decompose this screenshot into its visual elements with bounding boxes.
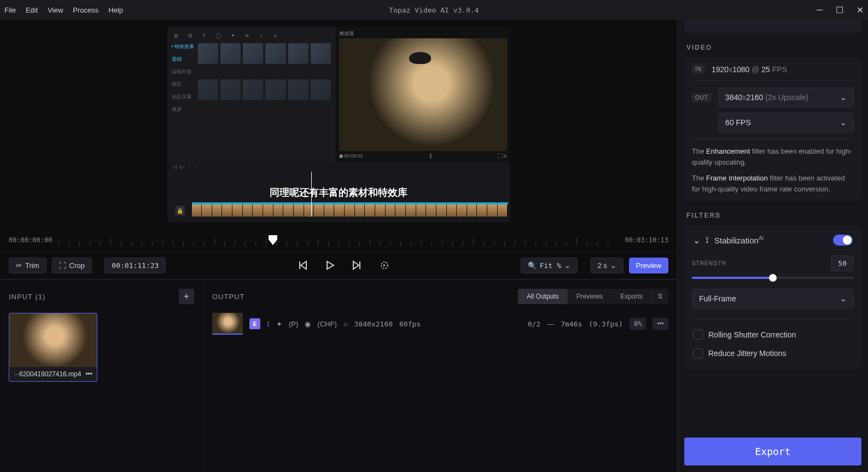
stabilize-icon: ⟟ [706,235,709,245]
close-button[interactable]: ✕ [857,5,864,15]
output-row[interactable]: E ⟟ ✦ (P) ◉ (CHF) ○ 3840x2160 60fps 0/2 … [212,313,668,335]
side-cat: 综艺 [172,81,196,88]
chevron-down-icon: ⌄ [840,93,847,102]
menu-help[interactable]: Help [108,6,123,14]
chevron-down-icon[interactable]: ⌄ [693,235,700,246]
preview-length-select[interactable]: 2 s ⌄ [590,258,623,273]
menu-process[interactable]: Process [73,6,98,14]
editor-icon: ♪ [257,31,266,40]
add-input-button[interactable]: + [179,289,194,304]
editor-playhead [311,172,312,217]
out-resolution-select[interactable]: 3840x2160 (2x Upscale) ⌄ [718,88,854,107]
output-chf: (CHF) [317,320,336,328]
timecode-start: 00:00:00:00 [9,236,52,244]
asset-thumb [198,43,218,64]
sort-button[interactable]: ⇅ [652,289,668,304]
side-cat: 运镜补偿 [172,68,196,75]
output-rate: (9.3fps) [589,320,623,328]
reduce-jitter-label: Reduce Jittery Motions [708,349,786,358]
timecode-end: 00:03:10:13 [625,236,668,244]
export-button[interactable]: Export [684,438,861,465]
circle-icon: ◉ [305,320,311,328]
playhead-icon[interactable] [269,235,277,245]
timeline-ruler[interactable] [59,234,618,247]
asset-thumb [220,79,241,100]
menu-bar: File Edit View Process Help [4,6,123,14]
play-button[interactable] [325,260,335,270]
editor-icon: ≋ [243,31,252,40]
output-res: 3840x2160 [354,320,393,328]
loop-button[interactable] [380,260,389,270]
editor-icon: ≡ [271,31,280,40]
side-cat: 动态字幕 [172,94,196,101]
chevron-down-icon: ⌄ [610,261,616,270]
editor-icon: ◯ [214,31,223,40]
scissors-icon: ✂ [16,261,22,270]
maximize-button[interactable]: ☐ [836,5,843,15]
strength-slider[interactable] [692,277,854,279]
lock-icon: 🔒 [175,206,185,215]
editor-icon: T [200,31,209,40]
crop-icon: ⛶ [59,261,66,270]
editor-icon: ⊟ [186,31,195,40]
asset-thumb [220,43,241,64]
zoom-icon: 🔍 [528,261,537,270]
side-cat: 基础 [172,56,196,63]
in-width: 1920 [712,65,729,74]
chevron-down-icon: ⌄ [840,294,847,303]
minimize-button[interactable]: ─ [817,5,823,15]
filter-stabilization: Stabilization [714,236,759,245]
reduce-jitter-checkbox[interactable] [693,348,703,358]
strength-label: STRENGTH [692,260,726,266]
tab-exports[interactable]: Exports [611,289,651,304]
input-thumbnail [9,313,97,367]
crop-button[interactable]: ⛶Crop [52,258,92,273]
output-time: 7m46s [561,320,582,328]
asset-thumb [288,79,308,100]
rolling-shutter-label: Rolling Shutter Correction [708,330,796,339]
menu-edit[interactable]: Edit [26,6,38,14]
output-progress: 0/2 [528,320,540,328]
menu-file[interactable]: File [4,6,16,14]
strength-value[interactable]: 50 [831,255,854,271]
output-p: (P) [289,320,298,328]
chevron-down-icon: ⌄ [840,118,847,127]
out-tag: OUT [692,93,712,102]
app-title: Topaz Video AI v3.0.4 [389,6,479,14]
player-label: 播放器 [339,30,507,37]
filters-section-header: FILTERS [678,206,868,220]
tab-all-outputs[interactable]: All Outputs [518,289,568,304]
editor-icon: ⊞ [172,31,180,40]
tab-previews[interactable]: Previews [568,289,612,304]
more-icon[interactable]: ••• [85,370,92,378]
interpolation-info: The Frame Interpolation filter has been … [692,173,854,194]
in-height: 1080 [732,65,749,74]
rolling-shutter-checkbox[interactable] [693,330,703,340]
next-frame-button[interactable] [352,260,362,270]
editor-timeline [192,205,508,217]
stabilization-toggle[interactable] [833,235,853,246]
output-fps: 60fps [399,320,421,328]
asset-thumb [311,43,331,64]
enhance-icon: ✦ [276,320,282,328]
editor-icon: ✦ [229,31,237,40]
chevron-down-icon: ⌄ [564,261,570,270]
asset-thumb [288,43,308,64]
in-fps: 25 [761,65,770,74]
output-thumbnail [212,313,243,335]
out-fps-select[interactable]: 60 FPS ⌄ [718,113,854,132]
asset-thumb [311,79,331,100]
preview-button[interactable]: Preview [629,258,668,273]
input-card[interactable]: ···6200419027416.mp4••• [9,313,97,382]
stabilization-mode-select[interactable]: Full-Frame ⌄ [692,289,854,308]
output-more-button[interactable]: ••• [653,318,668,330]
zoom-fit-select[interactable]: 🔍Fit %⌄ [521,258,578,273]
menu-view[interactable]: View [48,6,63,14]
trim-button[interactable]: ✂Trim [9,258,46,273]
output-percent: 8% [630,318,646,330]
timecode-current[interactable]: 00:01:11:23 [104,258,166,273]
output-dash: — [547,320,554,328]
preview-area[interactable]: ⊞ ⊟ T ◯ ✦ ≋ ♪ ≡ • 特效效果 基础 [0,20,677,229]
circle-icon: ○ [343,320,348,328]
prev-frame-button[interactable] [298,260,307,270]
